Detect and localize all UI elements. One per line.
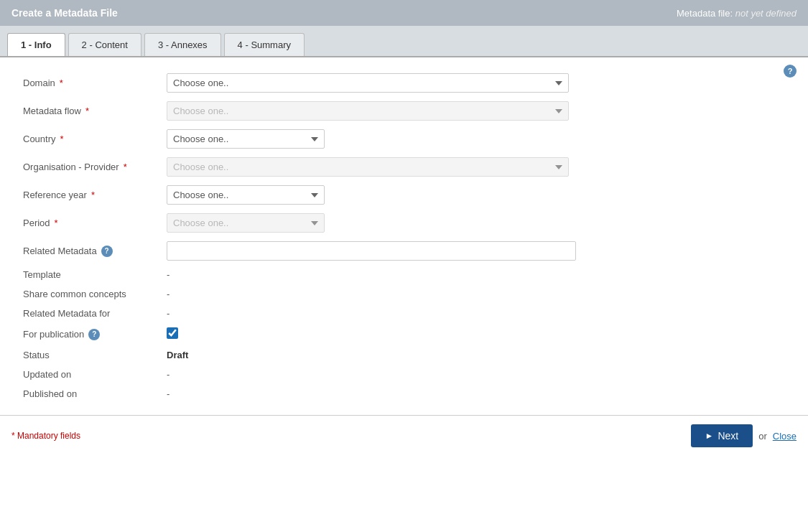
template-value: - [161, 265, 791, 284]
close-button[interactable]: Close [773, 431, 797, 442]
published-on-row: Published on - [17, 384, 791, 403]
organisation-provider-row: Organisation - Provider * Choose one.. [17, 153, 791, 181]
status-value: Draft [161, 345, 791, 365]
country-field: Choose one.. [161, 125, 791, 153]
published-on-label: Published on [17, 384, 161, 403]
reference-year-select[interactable]: Choose one.. [167, 185, 325, 205]
tab-annexes[interactable]: 3 - Annexes [144, 33, 221, 56]
country-label: Country * [17, 125, 161, 153]
organisation-provider-required-star: * [124, 162, 127, 172]
period-select[interactable]: Choose one.. [167, 213, 325, 233]
info-form: Domain * Choose one.. Metadata flow * [17, 69, 791, 403]
metadata-flow-field: Choose one.. [161, 97, 791, 125]
status-row: Status Draft [17, 345, 791, 365]
form-content: ? Domain * Choose one.. [0, 57, 808, 415]
reference-year-required-star: * [91, 190, 95, 200]
footer-actions: ► Next or Close [691, 424, 797, 447]
domain-label: Domain * [17, 69, 161, 97]
organisation-provider-label: Organisation - Provider * [17, 153, 161, 181]
reference-year-field: Choose one.. [161, 181, 791, 209]
related-metadata-input[interactable] [167, 241, 576, 261]
share-common-concepts-row: Share common concepts - [17, 284, 791, 304]
related-metadata-for-label: Related Metadata for [17, 304, 161, 323]
tabs-container: 1 - Info 2 - Content 3 - Annexes 4 - Sum… [0, 26, 808, 56]
updated-on-label: Updated on [17, 365, 161, 384]
related-metadata-label: Related Metadata ? [17, 237, 161, 265]
domain-select[interactable]: Choose one.. [167, 73, 569, 93]
reference-year-label: Reference year * [17, 181, 161, 209]
metadata-file-status: Metadata file: not yet defined [677, 8, 797, 19]
template-row: Template - [17, 265, 791, 284]
for-publication-checkbox[interactable] [167, 327, 178, 339]
published-on-value: - [161, 384, 791, 403]
meta-label: Metadata file: [677, 8, 733, 19]
metadata-flow-select[interactable]: Choose one.. [167, 101, 569, 121]
or-text: or [758, 431, 767, 442]
tab-info[interactable]: 1 - Info [7, 33, 65, 56]
related-metadata-for-row: Related Metadata for - [17, 304, 791, 323]
global-help-icon[interactable]: ? [784, 65, 797, 78]
for-publication-label: For publication ? [17, 323, 161, 345]
updated-on-value: - [161, 365, 791, 384]
footer: * Mandatory fields ► Next or Close [0, 415, 808, 456]
status-label: Status [17, 345, 161, 365]
period-row: Period * Choose one.. [17, 209, 791, 237]
country-required-star: * [60, 134, 64, 144]
updated-on-row: Updated on - [17, 365, 791, 384]
metadata-flow-required-star: * [85, 106, 89, 116]
period-field: Choose one.. [161, 209, 791, 237]
domain-required-star: * [60, 78, 63, 88]
period-label: Period * [17, 209, 161, 237]
for-publication-field [161, 323, 791, 345]
page-title: Create a Metadata File [11, 7, 118, 19]
related-metadata-for-value: - [161, 304, 791, 323]
tab-content[interactable]: 2 - Content [68, 33, 141, 56]
period-required-star: * [55, 218, 58, 228]
for-publication-help-icon[interactable]: ? [88, 329, 100, 340]
organisation-provider-select[interactable]: Choose one.. [167, 157, 569, 177]
meta-value: not yet defined [735, 8, 797, 19]
for-publication-row: For publication ? [17, 323, 791, 345]
domain-field: Choose one.. [161, 69, 791, 97]
metadata-flow-label: Metadata flow * [17, 97, 161, 125]
share-common-concepts-value: - [161, 284, 791, 304]
mandatory-fields-note: * Mandatory fields [11, 431, 80, 441]
domain-row: Domain * Choose one.. [17, 69, 791, 97]
share-common-concepts-label: Share common concepts [17, 284, 161, 304]
next-label: Next [718, 430, 738, 442]
template-label: Template [17, 265, 161, 284]
country-row: Country * Choose one.. [17, 125, 791, 153]
country-select[interactable]: Choose one.. [167, 129, 325, 149]
next-arrow-icon: ► [705, 431, 714, 441]
reference-year-row: Reference year * Choose one.. [17, 181, 791, 209]
related-metadata-field [161, 237, 791, 265]
related-metadata-row: Related Metadata ? [17, 237, 791, 265]
metadata-flow-row: Metadata flow * Choose one.. [17, 97, 791, 125]
tab-summary[interactable]: 4 - Summary [224, 33, 305, 56]
page-header: Create a Metadata File Metadata file: no… [0, 0, 808, 26]
related-metadata-help-icon[interactable]: ? [101, 246, 113, 257]
next-button[interactable]: ► Next [691, 424, 753, 447]
organisation-provider-field: Choose one.. [161, 153, 791, 181]
